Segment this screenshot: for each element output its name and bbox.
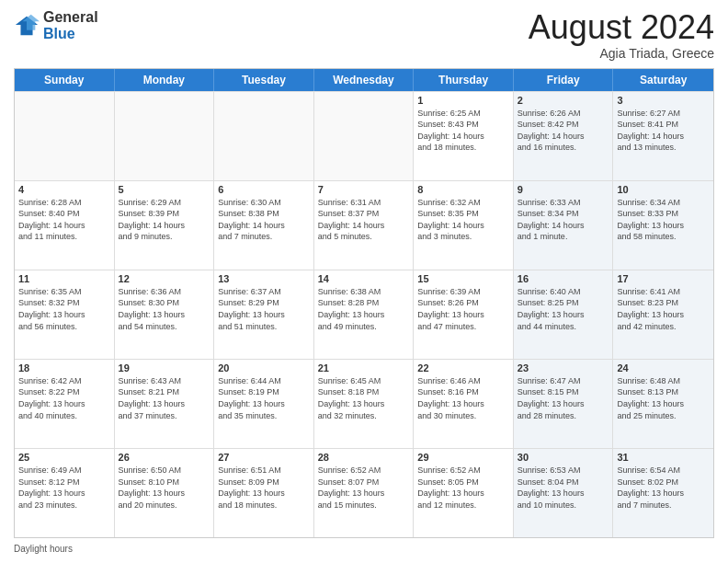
cal-cell: 9Sunrise: 6:33 AMSunset: 8:34 PMDaylight… bbox=[514, 181, 614, 270]
logo-text: General Blue bbox=[43, 9, 98, 41]
cal-cell: 22Sunrise: 6:46 AMSunset: 8:16 PMDayligh… bbox=[414, 360, 514, 448]
logo-blue: Blue bbox=[43, 26, 98, 42]
cal-cell: 18Sunrise: 6:42 AMSunset: 8:22 PMDayligh… bbox=[15, 360, 115, 448]
day-number: 13 bbox=[218, 273, 310, 284]
day-header-thursday: Thursday bbox=[414, 69, 514, 91]
cal-cell: 11Sunrise: 6:35 AMSunset: 8:32 PMDayligh… bbox=[15, 270, 115, 359]
cal-cell: 15Sunrise: 6:39 AMSunset: 8:26 PMDayligh… bbox=[414, 270, 514, 359]
day-number: 1 bbox=[417, 95, 509, 106]
cell-detail: Sunrise: 6:44 AMSunset: 8:19 PMDaylight:… bbox=[218, 375, 310, 421]
cal-cell: 30Sunrise: 6:53 AMSunset: 8:04 PMDayligh… bbox=[514, 449, 614, 537]
day-number: 11 bbox=[18, 273, 110, 284]
cal-cell: 14Sunrise: 6:38 AMSunset: 8:28 PMDayligh… bbox=[314, 270, 415, 359]
cell-detail: Sunrise: 6:38 AMSunset: 8:28 PMDaylight:… bbox=[318, 286, 410, 332]
cal-cell: 10Sunrise: 6:34 AMSunset: 8:33 PMDayligh… bbox=[613, 181, 713, 270]
cal-cell: 4Sunrise: 6:28 AMSunset: 8:40 PMDaylight… bbox=[15, 181, 115, 270]
day-header-saturday: Saturday bbox=[613, 69, 713, 91]
day-number: 28 bbox=[318, 452, 410, 463]
footer-text: Daylight hours bbox=[14, 544, 73, 554]
cell-detail: Sunrise: 6:31 AMSunset: 8:37 PMDaylight:… bbox=[318, 197, 410, 243]
page: General Blue August 2024 Agia Triada, Gr… bbox=[0, 0, 728, 563]
cal-cell: 20Sunrise: 6:44 AMSunset: 8:19 PMDayligh… bbox=[214, 360, 314, 448]
cell-detail: Sunrise: 6:33 AMSunset: 8:34 PMDaylight:… bbox=[518, 197, 609, 243]
day-number: 12 bbox=[119, 273, 210, 284]
day-number: 10 bbox=[617, 184, 710, 195]
cal-cell: 12Sunrise: 6:36 AMSunset: 8:30 PMDayligh… bbox=[115, 270, 215, 359]
cal-cell: 6Sunrise: 6:30 AMSunset: 8:38 PMDaylight… bbox=[214, 181, 314, 270]
cal-cell: 28Sunrise: 6:52 AMSunset: 8:07 PMDayligh… bbox=[314, 449, 415, 537]
day-number: 29 bbox=[417, 452, 509, 463]
day-number: 4 bbox=[18, 184, 110, 195]
calendar-body: 1Sunrise: 6:25 AMSunset: 8:43 PMDaylight… bbox=[15, 91, 713, 537]
day-number: 27 bbox=[218, 452, 310, 463]
day-number: 16 bbox=[518, 273, 609, 284]
cal-cell: 8Sunrise: 6:32 AMSunset: 8:35 PMDaylight… bbox=[414, 181, 514, 270]
cal-cell bbox=[314, 92, 415, 180]
cell-detail: Sunrise: 6:49 AMSunset: 8:12 PMDaylight:… bbox=[18, 465, 110, 511]
cal-cell: 27Sunrise: 6:51 AMSunset: 8:09 PMDayligh… bbox=[214, 449, 314, 537]
cell-detail: Sunrise: 6:37 AMSunset: 8:29 PMDaylight:… bbox=[218, 286, 310, 332]
header: General Blue August 2024 Agia Triada, Gr… bbox=[14, 9, 714, 61]
cal-cell: 17Sunrise: 6:41 AMSunset: 8:23 PMDayligh… bbox=[613, 270, 713, 359]
cell-detail: Sunrise: 6:40 AMSunset: 8:25 PMDaylight:… bbox=[518, 286, 609, 332]
day-header-wednesday: Wednesday bbox=[314, 69, 415, 91]
day-number: 26 bbox=[119, 452, 210, 463]
cal-cell: 21Sunrise: 6:45 AMSunset: 8:18 PMDayligh… bbox=[314, 360, 415, 448]
cell-detail: Sunrise: 6:29 AMSunset: 8:39 PMDaylight:… bbox=[119, 197, 210, 243]
day-number: 20 bbox=[218, 362, 310, 373]
logo-general: General bbox=[43, 9, 98, 26]
calendar-header: SundayMondayTuesdayWednesdayThursdayFrid… bbox=[15, 69, 713, 91]
day-number: 9 bbox=[518, 184, 609, 195]
cell-detail: Sunrise: 6:26 AMSunset: 8:42 PMDaylight:… bbox=[518, 108, 609, 154]
week-row-5: 25Sunrise: 6:49 AMSunset: 8:12 PMDayligh… bbox=[15, 448, 713, 537]
cell-detail: Sunrise: 6:42 AMSunset: 8:22 PMDaylight:… bbox=[18, 375, 110, 421]
day-number: 3 bbox=[617, 95, 710, 106]
cal-cell bbox=[15, 92, 115, 180]
cal-cell: 26Sunrise: 6:50 AMSunset: 8:10 PMDayligh… bbox=[115, 449, 215, 537]
footer: Daylight hours bbox=[14, 544, 714, 554]
week-row-4: 18Sunrise: 6:42 AMSunset: 8:22 PMDayligh… bbox=[15, 359, 713, 448]
day-header-friday: Friday bbox=[514, 69, 614, 91]
cal-cell: 2Sunrise: 6:26 AMSunset: 8:42 PMDaylight… bbox=[514, 92, 614, 180]
cell-detail: Sunrise: 6:35 AMSunset: 8:32 PMDaylight:… bbox=[18, 286, 110, 332]
day-number: 18 bbox=[18, 362, 110, 373]
day-number: 6 bbox=[218, 184, 310, 195]
logo: General Blue bbox=[14, 9, 98, 41]
cal-cell bbox=[115, 92, 215, 180]
cell-detail: Sunrise: 6:34 AMSunset: 8:33 PMDaylight:… bbox=[617, 197, 710, 243]
cal-cell: 1Sunrise: 6:25 AMSunset: 8:43 PMDaylight… bbox=[414, 92, 514, 180]
cal-cell: 5Sunrise: 6:29 AMSunset: 8:39 PMDaylight… bbox=[115, 181, 215, 270]
cal-cell: 29Sunrise: 6:52 AMSunset: 8:05 PMDayligh… bbox=[414, 449, 514, 537]
day-number: 17 bbox=[617, 273, 710, 284]
cell-detail: Sunrise: 6:25 AMSunset: 8:43 PMDaylight:… bbox=[417, 108, 509, 154]
day-number: 2 bbox=[518, 95, 609, 106]
cell-detail: Sunrise: 6:30 AMSunset: 8:38 PMDaylight:… bbox=[218, 197, 310, 243]
day-number: 23 bbox=[518, 362, 609, 373]
day-header-tuesday: Tuesday bbox=[214, 69, 314, 91]
cell-detail: Sunrise: 6:43 AMSunset: 8:21 PMDaylight:… bbox=[119, 375, 210, 421]
day-header-sunday: Sunday bbox=[15, 69, 115, 91]
day-number: 31 bbox=[617, 452, 710, 463]
cell-detail: Sunrise: 6:48 AMSunset: 8:13 PMDaylight:… bbox=[617, 375, 710, 421]
cal-cell: 16Sunrise: 6:40 AMSunset: 8:25 PMDayligh… bbox=[514, 270, 614, 359]
month-title: August 2024 bbox=[529, 9, 714, 46]
day-number: 25 bbox=[18, 452, 110, 463]
cell-detail: Sunrise: 6:27 AMSunset: 8:41 PMDaylight:… bbox=[617, 108, 710, 154]
title-block: August 2024 Agia Triada, Greece bbox=[529, 9, 714, 61]
cell-detail: Sunrise: 6:36 AMSunset: 8:30 PMDaylight:… bbox=[119, 286, 210, 332]
cal-cell: 3Sunrise: 6:27 AMSunset: 8:41 PMDaylight… bbox=[613, 92, 713, 180]
cell-detail: Sunrise: 6:50 AMSunset: 8:10 PMDaylight:… bbox=[119, 465, 210, 511]
cell-detail: Sunrise: 6:46 AMSunset: 8:16 PMDaylight:… bbox=[417, 375, 509, 421]
cal-cell: 7Sunrise: 6:31 AMSunset: 8:37 PMDaylight… bbox=[314, 181, 415, 270]
cell-detail: Sunrise: 6:39 AMSunset: 8:26 PMDaylight:… bbox=[417, 286, 509, 332]
day-number: 8 bbox=[417, 184, 509, 195]
cal-cell: 24Sunrise: 6:48 AMSunset: 8:13 PMDayligh… bbox=[613, 360, 713, 448]
cal-cell: 13Sunrise: 6:37 AMSunset: 8:29 PMDayligh… bbox=[214, 270, 314, 359]
cell-detail: Sunrise: 6:32 AMSunset: 8:35 PMDaylight:… bbox=[417, 197, 509, 243]
week-row-3: 11Sunrise: 6:35 AMSunset: 8:32 PMDayligh… bbox=[15, 270, 713, 359]
day-number: 24 bbox=[617, 362, 710, 373]
cell-detail: Sunrise: 6:53 AMSunset: 8:04 PMDaylight:… bbox=[518, 465, 609, 511]
cal-cell bbox=[214, 92, 314, 180]
day-header-monday: Monday bbox=[115, 69, 215, 91]
day-number: 7 bbox=[318, 184, 410, 195]
